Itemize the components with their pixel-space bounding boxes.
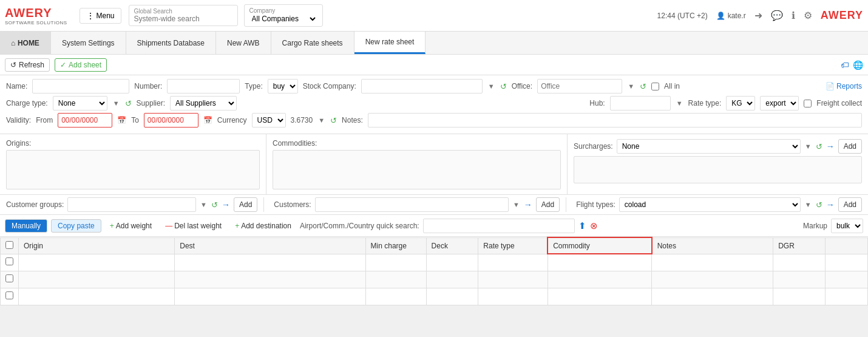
charge-type-select[interactable]: None <box>53 96 107 111</box>
freight-collect-checkbox[interactable] <box>804 100 812 107</box>
currency-select[interactable]: USD <box>252 113 286 128</box>
row-notes-cell[interactable] <box>652 254 773 271</box>
customers-input[interactable] <box>315 197 509 212</box>
customers-add-button[interactable]: Add <box>536 197 560 212</box>
office-dropdown-icon[interactable]: ▼ <box>628 83 634 90</box>
flight-types-add-button[interactable]: Add <box>838 197 862 212</box>
supplier-select[interactable]: All Suppliers <box>170 96 237 111</box>
row-commodity-cell[interactable] <box>548 271 651 288</box>
globe-icon[interactable]: 🌐 <box>853 60 863 70</box>
settings-icon[interactable]: ⚙ <box>804 10 812 21</box>
row-min-charge-cell[interactable] <box>365 254 426 271</box>
to-date-input[interactable] <box>144 113 198 128</box>
row-origin-cell[interactable] <box>19 271 175 288</box>
row-commodity-cell[interactable] <box>548 288 651 305</box>
customer-groups-add-button[interactable]: Add <box>234 197 257 212</box>
customers-arrow-icon[interactable]: → <box>524 200 532 209</box>
to-calendar-icon[interactable]: 📅 <box>203 116 212 124</box>
row-notes-cell[interactable] <box>652 288 773 305</box>
company-select[interactable]: All Companies <box>249 14 317 24</box>
manually-tab[interactable]: Manually <box>5 219 47 233</box>
nav-item-new-rate-sheet[interactable]: New rate sheet <box>354 32 426 54</box>
tag-icon[interactable]: 🏷 <box>841 60 849 70</box>
copy-paste-tab[interactable]: Copy paste <box>51 219 101 233</box>
commodities-box[interactable] <box>273 150 561 189</box>
hub-dropdown-icon[interactable]: ▼ <box>676 100 683 107</box>
customers-dropdown-icon[interactable]: ▼ <box>513 201 520 208</box>
charge-type-dropdown-icon[interactable]: ▼ <box>113 100 120 107</box>
office-refresh-icon[interactable]: ↺ <box>640 82 646 91</box>
surcharges-add-button[interactable]: Add <box>838 139 862 154</box>
customer-groups-arrow-icon[interactable]: → <box>222 200 230 209</box>
global-search-input[interactable] <box>134 15 232 23</box>
flight-types-dropdown-icon[interactable]: ▼ <box>805 201 812 208</box>
row-deck-cell[interactable] <box>426 254 478 271</box>
add-sheet-button[interactable]: ✓ Add sheet <box>55 58 107 72</box>
select-all-checkbox[interactable] <box>5 241 13 249</box>
row-checkbox[interactable] <box>5 257 13 265</box>
add-weight-button[interactable]: + Add weight <box>105 220 157 232</box>
logout-icon[interactable]: ➜ <box>754 10 762 21</box>
rate-refresh-icon[interactable]: ↺ <box>330 116 337 125</box>
chat-icon[interactable]: 💬 <box>771 10 783 21</box>
row-checkbox[interactable] <box>5 274 13 282</box>
add-destination-button[interactable]: + Add destination <box>230 220 296 232</box>
row-min-charge-cell[interactable] <box>365 288 426 305</box>
surcharges-select[interactable]: None <box>617 139 801 154</box>
stock-company-refresh-icon[interactable]: ↺ <box>500 82 507 91</box>
refresh-button[interactable]: ↺ Refresh <box>5 58 50 72</box>
nav-item-new-awb[interactable]: New AWB <box>216 32 271 54</box>
row-deck-cell[interactable] <box>426 288 478 305</box>
office-input[interactable] <box>537 79 622 94</box>
row-dgr-cell[interactable] <box>773 271 826 288</box>
surcharges-refresh-icon[interactable]: ↺ <box>816 142 822 151</box>
quick-search-input[interactable] <box>423 219 575 233</box>
number-input[interactable] <box>167 79 240 94</box>
rate-dropdown-icon[interactable]: ▼ <box>318 117 325 124</box>
row-min-charge-cell[interactable] <box>365 271 426 288</box>
nav-item-cargo-rate-sheets[interactable]: Cargo Rate sheets <box>271 32 354 54</box>
rate-type-kg-select[interactable]: KG <box>726 96 755 111</box>
row-deck-cell[interactable] <box>426 271 478 288</box>
row-commodity-cell[interactable] <box>548 254 651 271</box>
customer-groups-input[interactable] <box>67 197 196 212</box>
row-checkbox[interactable] <box>5 291 13 299</box>
row-rate-type-cell[interactable] <box>478 288 548 305</box>
name-input[interactable] <box>32 79 129 94</box>
info-icon[interactable]: ℹ <box>792 10 795 21</box>
bulk-select[interactable]: bulk <box>831 219 863 233</box>
menu-button[interactable]: ⋮ Menu <box>80 8 121 24</box>
customer-groups-dropdown-icon[interactable]: ▼ <box>200 201 207 208</box>
stock-company-dropdown-icon[interactable]: ▼ <box>488 83 495 90</box>
all-in-checkbox[interactable] <box>651 83 659 90</box>
row-dgr-cell[interactable] <box>773 254 826 271</box>
from-calendar-icon[interactable]: 📅 <box>117 116 126 124</box>
export-select[interactable]: export <box>760 96 799 111</box>
upload-icon[interactable]: ⬆ <box>578 220 586 231</box>
surcharges-dropdown-icon[interactable]: ▼ <box>805 143 812 150</box>
row-notes-cell[interactable] <box>652 271 773 288</box>
row-origin-cell[interactable] <box>19 288 175 305</box>
row-origin-cell[interactable] <box>19 254 175 271</box>
row-dest-cell[interactable] <box>175 271 365 288</box>
flight-types-arrow-icon[interactable]: → <box>826 200 835 209</box>
stock-company-input[interactable] <box>361 79 483 94</box>
del-last-weight-button[interactable]: — Del last weight <box>160 220 226 232</box>
reports-link[interactable]: 📄 Reports <box>826 82 862 90</box>
row-dest-cell[interactable] <box>175 254 365 271</box>
charge-type-refresh-icon[interactable]: ↺ <box>125 99 132 108</box>
cancel-icon[interactable]: ⊗ <box>590 220 598 231</box>
flight-types-refresh-icon[interactable]: ↺ <box>816 200 822 209</box>
type-select[interactable]: buy <box>268 79 298 94</box>
notes-input[interactable] <box>368 113 862 128</box>
row-rate-type-cell[interactable] <box>478 254 548 271</box>
nav-item-system-settings[interactable]: System Settings <box>51 32 126 54</box>
customer-groups-refresh-icon[interactable]: ↺ <box>211 200 218 209</box>
nav-item-shipments-database[interactable]: Shipments Database <box>126 32 216 54</box>
surcharges-box[interactable] <box>574 156 862 183</box>
row-dest-cell[interactable] <box>175 288 365 305</box>
surcharges-arrow-icon[interactable]: → <box>826 141 835 151</box>
hub-input[interactable] <box>610 96 671 111</box>
flight-types-select[interactable]: coload <box>619 197 801 212</box>
nav-item-home[interactable]: ⌂ HOME <box>0 32 51 54</box>
